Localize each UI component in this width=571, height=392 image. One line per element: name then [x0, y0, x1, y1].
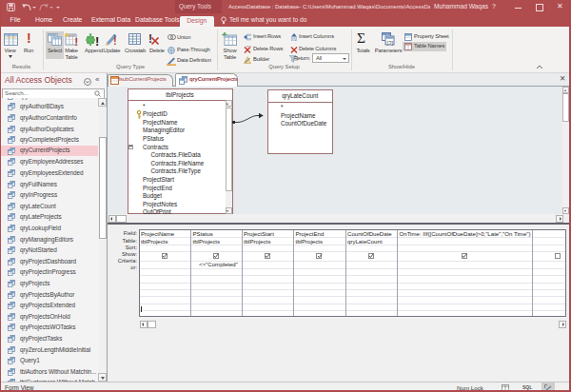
svg-text:!: !	[75, 36, 79, 47]
svg-text:!: !	[95, 34, 99, 47]
svg-text:!: !	[113, 35, 117, 46]
svg-text:[?]: [?]	[387, 40, 394, 46]
